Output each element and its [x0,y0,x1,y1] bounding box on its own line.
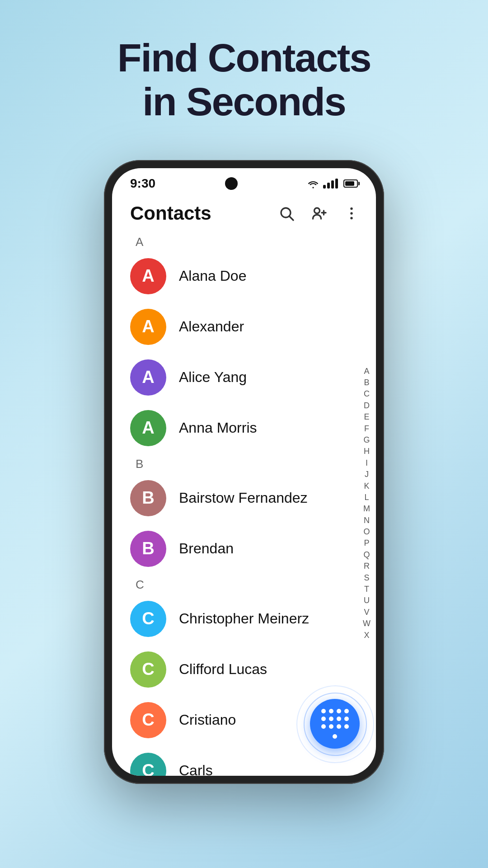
avatar: B [130,531,166,567]
dialpad-dot [344,724,349,729]
dialpad-dot [321,717,326,721]
contact-row[interactable]: BBrendan [112,524,376,574]
dialpad-dot [329,709,333,713]
contact-row[interactable]: AAnna Morris [112,403,376,453]
alpha-letter-u[interactable]: U [364,596,370,606]
contact-name: Alana Doe [179,268,246,284]
dialpad-grid [321,709,349,729]
camera-notch [225,177,238,190]
alpha-letter-k[interactable]: K [364,481,369,491]
alpha-letter-x[interactable]: X [364,630,369,641]
contact-name: Brendan [179,540,234,557]
avatar: A [130,258,166,294]
section-label-a: A [112,231,376,251]
contact-name: Cristiano [179,712,236,728]
alpha-letter-d[interactable]: D [364,401,370,411]
section-label-b: B [112,453,376,473]
app-title: Contacts [130,203,211,224]
contact-name: Anna Morris [179,420,257,436]
contact-row[interactable]: AAlice Yang [112,352,376,403]
add-contact-icon [311,205,327,222]
headline-line2: in Seconds [142,79,345,124]
contact-name: Clifford Lucas [179,661,267,678]
avatar: C [130,702,166,738]
alpha-letter-c[interactable]: C [364,389,370,400]
avatar: A [130,359,166,396]
svg-line-1 [290,216,293,220]
contact-row[interactable]: CChristopher Meinerz [112,594,376,644]
svg-point-6 [350,212,352,214]
contact-name: Christopher Meinerz [179,610,309,627]
alpha-letter-p[interactable]: P [364,538,369,549]
alpha-letter-i[interactable]: I [366,458,368,468]
battery-icon [343,179,358,188]
alpha-letter-m[interactable]: M [363,504,370,514]
contact-name: Carls [179,762,213,776]
alpha-letter-r[interactable]: R [364,561,370,572]
avatar: B [130,480,166,516]
dialpad-fab[interactable] [310,699,360,749]
section-label-c: C [112,574,376,594]
alpha-letter-n[interactable]: N [364,515,370,526]
headline-line1: Find Contacts [117,35,371,80]
status-bar: 9:30 [112,168,376,195]
app-header: Contacts [112,195,376,231]
avatar: C [130,651,166,688]
alpha-letter-g[interactable]: G [363,435,370,445]
dialpad-dot [329,717,333,721]
status-icons [307,179,358,189]
dialpad-dot [321,724,326,729]
alpha-letter-e[interactable]: E [364,412,369,422]
alpha-letter-l[interactable]: L [364,492,369,503]
avatar: C [130,601,166,637]
avatar: A [130,309,166,345]
dialpad-dot [337,717,341,721]
search-icon [278,205,295,222]
signal-bars-icon [323,179,338,189]
phone-mockup: 9:30 [104,160,384,784]
alpha-letter-s[interactable]: S [364,573,369,583]
more-options-icon [343,205,360,222]
dialpad-dot [321,709,326,713]
alpha-letter-w[interactable]: W [363,619,371,629]
dialpad-dot [344,717,349,721]
svg-point-5 [350,207,352,209]
more-options-button[interactable] [342,203,361,223]
status-time: 9:30 [130,176,155,191]
svg-point-7 [350,217,352,219]
add-contact-button[interactable] [309,203,329,223]
alphabet-index[interactable]: ABCDEFGHIJKLMNOPQRSTUVWX [363,366,371,641]
search-button[interactable] [277,203,296,223]
alpha-letter-t[interactable]: T [364,584,369,594]
alpha-letter-f[interactable]: F [364,424,369,434]
contact-row[interactable]: AAlexander [112,302,376,352]
phone-screen: 9:30 [112,168,376,776]
alpha-letter-h[interactable]: H [364,447,370,457]
alpha-letter-j[interactable]: J [365,469,369,480]
dialpad-center-dot [333,734,337,739]
contact-name: Alexander [179,318,244,335]
alpha-letter-b[interactable]: B [364,377,369,388]
contact-name: Alice Yang [179,369,247,386]
avatar: C [130,753,166,776]
wifi-icon [307,179,319,189]
dialpad-dot [337,709,341,713]
dialpad-dot [337,724,341,729]
svg-point-2 [314,208,320,213]
header-icons [277,203,361,223]
contact-row[interactable]: AAlana Doe [112,251,376,302]
alpha-letter-v[interactable]: V [364,607,369,618]
dialpad-dot [344,709,349,713]
avatar: A [130,410,166,446]
alpha-letter-q[interactable]: Q [363,550,370,560]
contact-row[interactable]: BBairstow Fernandez [112,473,376,524]
alpha-letter-a[interactable]: A [364,366,369,377]
contact-name: Bairstow Fernandez [179,490,308,506]
dialpad-dot [329,724,333,729]
phone-outer: 9:30 [104,160,384,784]
alpha-letter-o[interactable]: O [363,527,370,537]
headline: Find Contacts in Seconds [90,36,398,124]
